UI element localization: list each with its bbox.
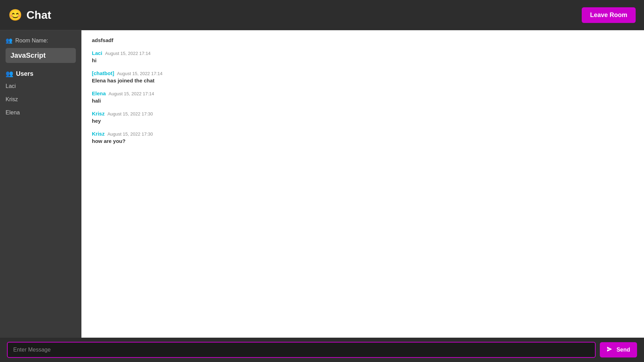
- room-name-label: 👥 Room Name:: [6, 37, 76, 44]
- message-author: [chatbot]: [92, 70, 114, 76]
- message-text: Elena has joined the chat: [92, 78, 634, 83]
- message-timestamp: August 15, 2022 17:14: [117, 71, 162, 76]
- sidebar: 👥 Room Name: JavaScript 👥 Users Laci Kri…: [0, 30, 81, 338]
- messages-container: adsfsadf LaciAugust 15, 2022 17:14hi[cha…: [81, 30, 644, 338]
- message-author: Krisz: [92, 131, 105, 137]
- message-block: KriszAugust 15, 2022 17:30hey: [92, 111, 634, 124]
- message-input[interactable]: [7, 342, 596, 358]
- users-icon: 👥: [6, 70, 13, 78]
- room-name-value: JavaScript: [6, 48, 76, 63]
- message-text: hey: [92, 118, 634, 124]
- message-author: Krisz: [92, 111, 105, 116]
- send-button[interactable]: Send: [600, 342, 637, 357]
- message-meta: KriszAugust 15, 2022 17:30: [92, 111, 634, 116]
- main-area: 👥 Room Name: JavaScript 👥 Users Laci Kri…: [0, 30, 644, 338]
- app-title: Chat: [26, 9, 51, 22]
- message-meta: LaciAugust 15, 2022 17:14: [92, 50, 634, 56]
- message-text-previous: adsfsadf: [92, 37, 634, 43]
- send-icon: [607, 346, 612, 353]
- message-timestamp: August 15, 2022 17:30: [108, 111, 153, 116]
- message-text: how are you?: [92, 138, 634, 144]
- users-label: 👥 Users: [6, 70, 76, 78]
- room-icon: 👥: [6, 37, 13, 44]
- message-block: ElenaAugust 15, 2022 17:14hali: [92, 90, 634, 104]
- send-label: Send: [617, 347, 630, 353]
- message-author: Elena: [92, 90, 106, 96]
- message-timestamp: August 15, 2022 17:30: [108, 131, 153, 137]
- message-block: [chatbot]August 15, 2022 17:14Elena has …: [92, 70, 634, 83]
- message-meta: KriszAugust 15, 2022 17:30: [92, 131, 634, 137]
- leave-room-button[interactable]: Leave Room: [582, 7, 636, 23]
- sidebar-user-krisz: Krisz: [6, 95, 76, 104]
- header-left: 😊 Chat: [8, 8, 51, 22]
- message-block: LaciAugust 15, 2022 17:14hi: [92, 50, 634, 63]
- message-timestamp: August 15, 2022 17:14: [109, 91, 154, 96]
- sidebar-user-elena: Elena: [6, 108, 76, 117]
- message-meta: [chatbot]August 15, 2022 17:14: [92, 70, 634, 76]
- chat-logo-icon: 😊: [8, 8, 22, 22]
- message-text: hi: [92, 57, 634, 63]
- input-area: Send: [0, 338, 644, 362]
- chat-area: adsfsadf LaciAugust 15, 2022 17:14hi[cha…: [81, 30, 644, 338]
- message-text: hali: [92, 98, 634, 104]
- message-meta: ElenaAugust 15, 2022 17:14: [92, 90, 634, 96]
- message-block: KriszAugust 15, 2022 17:30how are you?: [92, 131, 634, 144]
- sidebar-user-laci: Laci: [6, 82, 76, 91]
- message-timestamp: August 15, 2022 17:14: [105, 51, 151, 56]
- header: 😊 Chat Leave Room: [0, 0, 644, 30]
- message-author: Laci: [92, 50, 102, 56]
